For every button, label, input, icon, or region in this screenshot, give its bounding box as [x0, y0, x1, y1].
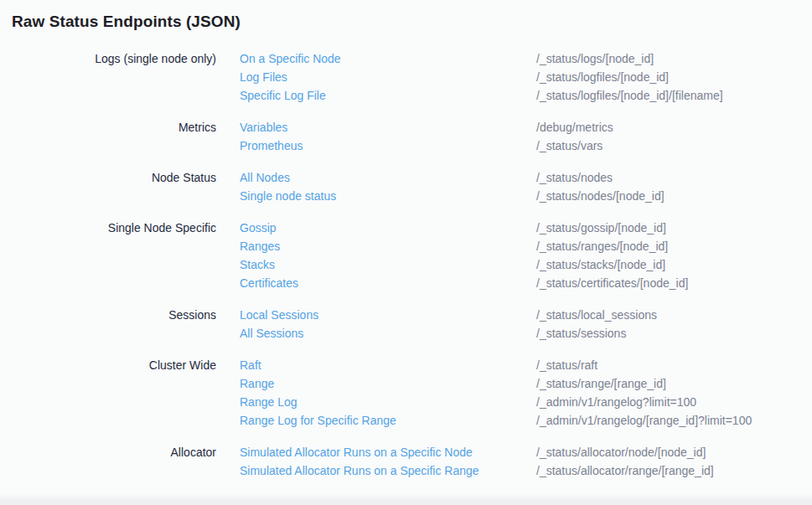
bottom-strip	[0, 493, 812, 505]
endpoint-row: Stacks /_status/stacks/[node_id]	[240, 255, 812, 274]
endpoint-path: /_status/allocator/node/[node_id]	[536, 443, 706, 461]
endpoint-link[interactable]: Stacks	[240, 255, 536, 274]
endpoint-link[interactable]: Ranges	[240, 237, 536, 255]
endpoint-row: Range Log /_admin/v1/rangelog?limit=100	[240, 393, 812, 411]
debug-page: Raw Status Endpoints (JSON) Logs (single…	[0, 0, 812, 480]
endpoint-link[interactable]: Single node status	[240, 187, 536, 205]
group-rows: Raft /_status/raft Range /_status/range/…	[240, 356, 812, 430]
category-label: Sessions	[12, 306, 216, 324]
endpoint-path: /_status/ranges/[node_id]	[536, 237, 668, 255]
endpoint-link[interactable]: Certificates	[240, 274, 536, 292]
endpoint-row: Specific Log File /_status/logfiles/[nod…	[240, 86, 812, 105]
category-label: Logs (single node only)	[12, 49, 216, 68]
endpoint-path: /_status/logs/[node_id]	[536, 49, 654, 68]
endpoint-link[interactable]: Simulated Allocator Runs on a Specific N…	[240, 443, 536, 461]
endpoint-row: Ranges /_status/ranges/[node_id]	[240, 237, 812, 255]
endpoint-row: On a Specific Node /_status/logs/[node_i…	[240, 49, 812, 68]
endpoint-link[interactable]: All Nodes	[240, 168, 536, 187]
group-rows: Gossip /_status/gossip/[node_id] Ranges …	[240, 219, 812, 292]
endpoint-row: Prometheus /_status/vars	[240, 137, 812, 155]
endpoint-row: All Sessions /_status/sessions	[240, 324, 812, 343]
endpoint-row: Gossip /_status/gossip/[node_id]	[240, 219, 812, 237]
endpoint-path: /_status/range/[range_id]	[536, 374, 666, 393]
endpoint-row: Range /_status/range/[range_id]	[240, 374, 812, 393]
endpoint-path: /_status/sessions	[536, 324, 626, 343]
endpoint-row: Log Files /_status/logfiles/[node_id]	[240, 68, 812, 86]
group-rows: Variables /debug/metrics Prometheus /_st…	[240, 118, 812, 155]
endpoint-row: Simulated Allocator Runs on a Specific R…	[240, 461, 812, 480]
category-label: Single Node Specific	[12, 219, 216, 237]
endpoint-link[interactable]: Range Log	[240, 393, 536, 411]
endpoint-path: /_status/nodes	[536, 168, 613, 187]
endpoint-link[interactable]: Prometheus	[240, 137, 536, 155]
endpoint-path: /_status/raft	[536, 356, 597, 374]
endpoint-row: Range Log for Specific Range /_admin/v1/…	[240, 411, 812, 430]
endpoint-path: /debug/metrics	[536, 118, 613, 137]
endpoint-group: Node Status All Nodes /_status/nodes Sin…	[12, 168, 812, 205]
endpoint-path: /_status/nodes/[node_id]	[536, 187, 665, 205]
category-label: Metrics	[12, 118, 216, 137]
endpoint-path: /_status/vars	[536, 137, 603, 155]
endpoint-path: /_status/local_sessions	[536, 306, 657, 324]
endpoint-row: Raft /_status/raft	[240, 356, 812, 374]
endpoint-path: /_status/logfiles/[node_id]/[filename]	[536, 86, 723, 105]
endpoint-path: /_status/stacks/[node_id]	[536, 255, 665, 274]
endpoint-group: Logs (single node only) On a Specific No…	[12, 49, 812, 105]
endpoint-row: Variables /debug/metrics	[240, 118, 812, 137]
category-label: Cluster Wide	[12, 356, 216, 374]
endpoint-group: Cluster Wide Raft /_status/raft Range /_…	[12, 356, 812, 430]
endpoint-row: All Nodes /_status/nodes	[240, 168, 812, 187]
endpoint-path: /_admin/v1/rangelog?limit=100	[536, 393, 696, 411]
endpoint-link[interactable]: Range	[240, 374, 536, 393]
endpoint-link[interactable]: Raft	[240, 356, 536, 374]
group-rows: On a Specific Node /_status/logs/[node_i…	[240, 49, 812, 105]
endpoint-link[interactable]: Local Sessions	[240, 306, 536, 324]
endpoint-group: Allocator Simulated Allocator Runs on a …	[12, 443, 812, 480]
group-rows: Simulated Allocator Runs on a Specific N…	[240, 443, 812, 480]
endpoint-path: /_status/gossip/[node_id]	[536, 219, 666, 237]
endpoint-group: Single Node Specific Gossip /_status/gos…	[12, 219, 812, 292]
category-label: Allocator	[12, 443, 216, 461]
endpoint-link[interactable]: Log Files	[240, 68, 536, 86]
page-title: Raw Status Endpoints (JSON)	[12, 12, 812, 31]
endpoint-path: /_status/logfiles/[node_id]	[536, 68, 669, 86]
group-rows: Local Sessions /_status/local_sessions A…	[240, 306, 812, 343]
endpoint-link[interactable]: On a Specific Node	[240, 49, 536, 68]
group-rows: All Nodes /_status/nodes Single node sta…	[240, 168, 812, 205]
endpoint-path: /_status/certificates/[node_id]	[536, 274, 688, 292]
endpoint-path: /_admin/v1/rangelog/[range_id]?limit=100	[536, 411, 752, 430]
endpoint-row: Single node status /_status/nodes/[node_…	[240, 187, 812, 205]
endpoint-group: Metrics Variables /debug/metrics Prometh…	[12, 118, 812, 155]
endpoint-link[interactable]: All Sessions	[240, 324, 536, 343]
endpoint-link[interactable]: Specific Log File	[240, 86, 536, 105]
endpoint-row: Local Sessions /_status/local_sessions	[240, 306, 812, 324]
endpoint-group: Sessions Local Sessions /_status/local_s…	[12, 306, 812, 343]
endpoint-path: /_status/allocator/range/[range_id]	[536, 461, 714, 480]
endpoint-link[interactable]: Gossip	[240, 219, 536, 237]
endpoint-row: Certificates /_status/certificates/[node…	[240, 274, 812, 292]
endpoints-table: Logs (single node only) On a Specific No…	[12, 49, 812, 480]
category-label: Node Status	[12, 168, 216, 187]
endpoint-link[interactable]: Variables	[240, 118, 536, 137]
endpoint-row: Simulated Allocator Runs on a Specific N…	[240, 443, 812, 461]
endpoint-link[interactable]: Range Log for Specific Range	[240, 411, 536, 430]
endpoint-link[interactable]: Simulated Allocator Runs on a Specific R…	[240, 461, 536, 480]
